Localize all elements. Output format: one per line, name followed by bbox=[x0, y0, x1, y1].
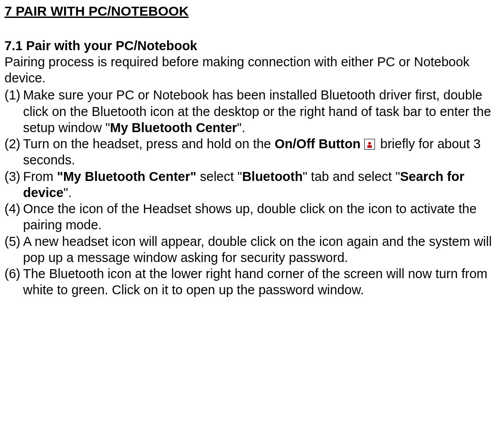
step-text: Once the icon of the Headset shows up, d… bbox=[23, 201, 500, 233]
step-5: (5) A new headset icon will appear, doub… bbox=[4, 233, 500, 266]
text-run: select " bbox=[196, 169, 242, 184]
step-6: (6) The Bluetooth icon at the lower righ… bbox=[4, 266, 500, 298]
document-page: 7 PAIR WITH PC/NOTEBOOK 7.1 Pair with yo… bbox=[0, 0, 504, 434]
section-heading: 7 PAIR WITH PC/NOTEBOOK bbox=[4, 3, 500, 20]
bold-run: Bluetooth bbox=[242, 169, 302, 184]
step-number: (6) bbox=[4, 266, 23, 298]
step-number: (2) bbox=[4, 136, 23, 168]
intro-paragraph: Pairing process is required before makin… bbox=[4, 54, 500, 86]
text-run: Make sure your PC or Notebook has been i… bbox=[23, 88, 491, 135]
text-run: ". bbox=[237, 120, 245, 135]
bold-run: On/Off Button bbox=[275, 137, 361, 151]
step-text: A new headset icon will appear, double c… bbox=[23, 233, 500, 266]
step-text: Make sure your PC or Notebook has been i… bbox=[23, 87, 500, 136]
step-number: (4) bbox=[4, 201, 23, 233]
text-run: From bbox=[23, 169, 57, 184]
bold-run: My Bluetooth Center bbox=[110, 120, 237, 135]
step-number: (1) bbox=[4, 87, 23, 136]
step-number: (5) bbox=[4, 233, 23, 266]
step-text: From "My Bluetooth Center" select "Bluet… bbox=[23, 168, 500, 201]
step-4: (4) Once the icon of the Headset shows u… bbox=[4, 201, 500, 233]
text-run: " tab and select " bbox=[303, 169, 400, 184]
step-3: (3) From "My Bluetooth Center" select "B… bbox=[4, 168, 500, 201]
step-number: (3) bbox=[4, 168, 23, 201]
step-1: (1) Make sure your PC or Notebook has be… bbox=[4, 87, 500, 136]
subsection-heading: 7.1 Pair with your PC/Notebook bbox=[4, 38, 500, 54]
step-text: The Bluetooth icon at the lower right ha… bbox=[23, 266, 500, 298]
text-run: Turn on the headset, press and hold on t… bbox=[23, 137, 275, 151]
bold-run: "My Bluetooth Center" bbox=[57, 169, 196, 184]
power-button-icon bbox=[364, 139, 375, 150]
step-text: Turn on the headset, press and hold on t… bbox=[23, 136, 500, 168]
step-2: (2) Turn on the headset, press and hold … bbox=[4, 136, 500, 168]
text-run: ". bbox=[64, 185, 72, 200]
